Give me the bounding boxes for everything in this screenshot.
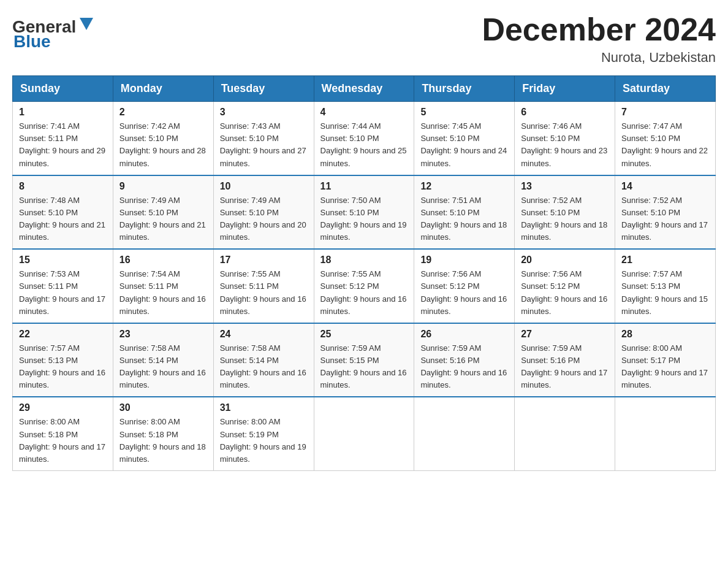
- day-cell-27: 27Sunrise: 7:59 AMSunset: 5:16 PMDayligh…: [515, 323, 615, 397]
- day-number: 26: [420, 329, 508, 340]
- day-cell-9: 9Sunrise: 7:49 AMSunset: 5:10 PMDaylight…: [113, 175, 213, 250]
- day-cell-12: 12Sunrise: 7:51 AMSunset: 5:10 PMDayligh…: [414, 175, 515, 250]
- day-cell-15: 15Sunrise: 7:53 AMSunset: 5:11 PMDayligh…: [13, 249, 113, 323]
- week-row-5: 29Sunrise: 8:00 AMSunset: 5:18 PMDayligh…: [13, 397, 716, 470]
- day-cell-17: 17Sunrise: 7:55 AMSunset: 5:11 PMDayligh…: [213, 249, 314, 323]
- day-cell-31: 31Sunrise: 8:00 AMSunset: 5:19 PMDayligh…: [213, 397, 314, 470]
- day-info: Sunrise: 7:52 AMSunset: 5:10 PMDaylight:…: [521, 194, 609, 244]
- day-cell-26: 26Sunrise: 7:59 AMSunset: 5:16 PMDayligh…: [414, 323, 515, 397]
- day-cell-2: 2Sunrise: 7:42 AMSunset: 5:10 PMDaylight…: [113, 102, 213, 175]
- day-number: 29: [19, 402, 107, 413]
- empty-cell: [515, 397, 615, 470]
- week-row-4: 22Sunrise: 7:57 AMSunset: 5:13 PMDayligh…: [13, 323, 716, 397]
- day-info: Sunrise: 7:41 AMSunset: 5:11 PMDaylight:…: [19, 120, 107, 170]
- day-info: Sunrise: 7:52 AMSunset: 5:10 PMDaylight:…: [621, 194, 709, 244]
- day-info: Sunrise: 7:58 AMSunset: 5:14 PMDaylight:…: [119, 342, 207, 392]
- day-number: 10: [220, 181, 308, 192]
- week-row-1: 1Sunrise: 7:41 AMSunset: 5:11 PMDaylight…: [13, 102, 716, 175]
- day-info: Sunrise: 7:58 AMSunset: 5:14 PMDaylight:…: [220, 342, 308, 392]
- day-info: Sunrise: 8:00 AMSunset: 5:18 PMDaylight:…: [119, 416, 207, 465]
- day-info: Sunrise: 8:00 AMSunset: 5:19 PMDaylight:…: [220, 416, 308, 465]
- day-info: Sunrise: 7:43 AMSunset: 5:10 PMDaylight:…: [220, 120, 308, 170]
- day-info: Sunrise: 7:55 AMSunset: 5:12 PMDaylight:…: [320, 268, 408, 318]
- day-cell-18: 18Sunrise: 7:55 AMSunset: 5:12 PMDayligh…: [314, 249, 414, 323]
- day-info: Sunrise: 7:48 AMSunset: 5:10 PMDaylight:…: [19, 194, 107, 244]
- day-number: 4: [320, 107, 408, 118]
- day-info: Sunrise: 7:51 AMSunset: 5:10 PMDaylight:…: [420, 194, 508, 244]
- day-cell-4: 4Sunrise: 7:44 AMSunset: 5:10 PMDaylight…: [314, 102, 414, 175]
- header: General Blue December 2024 Nurota, Uzbek…: [12, 12, 716, 66]
- day-number: 15: [19, 255, 107, 266]
- day-number: 23: [119, 329, 207, 340]
- day-number: 24: [220, 329, 308, 340]
- day-number: 6: [521, 107, 609, 118]
- day-cell-29: 29Sunrise: 8:00 AMSunset: 5:18 PMDayligh…: [13, 397, 113, 470]
- day-info: Sunrise: 7:49 AMSunset: 5:10 PMDaylight:…: [220, 194, 308, 244]
- day-number: 19: [420, 255, 508, 266]
- day-number: 9: [119, 181, 207, 192]
- day-info: Sunrise: 7:57 AMSunset: 5:13 PMDaylight:…: [19, 342, 107, 392]
- empty-cell: [414, 397, 515, 470]
- day-number: 22: [19, 329, 107, 340]
- day-cell-1: 1Sunrise: 7:41 AMSunset: 5:11 PMDaylight…: [13, 102, 113, 175]
- weekday-header-wednesday: Wednesday: [314, 76, 414, 102]
- day-cell-21: 21Sunrise: 7:57 AMSunset: 5:13 PMDayligh…: [615, 249, 716, 323]
- day-number: 1: [19, 107, 107, 118]
- day-number: 21: [621, 255, 709, 266]
- day-cell-28: 28Sunrise: 8:00 AMSunset: 5:17 PMDayligh…: [615, 323, 716, 397]
- day-info: Sunrise: 7:42 AMSunset: 5:10 PMDaylight:…: [119, 120, 207, 170]
- day-number: 28: [621, 329, 709, 340]
- logo-triangle-icon: [80, 18, 93, 31]
- day-info: Sunrise: 7:53 AMSunset: 5:11 PMDaylight:…: [19, 268, 107, 318]
- title-area: December 2024 Nurota, Uzbekistan: [482, 12, 716, 66]
- svg-marker-0: [80, 18, 93, 30]
- day-info: Sunrise: 7:45 AMSunset: 5:10 PMDaylight:…: [420, 120, 508, 170]
- day-cell-19: 19Sunrise: 7:56 AMSunset: 5:12 PMDayligh…: [414, 249, 515, 323]
- day-info: Sunrise: 7:55 AMSunset: 5:11 PMDaylight:…: [220, 268, 308, 318]
- day-number: 30: [119, 402, 207, 413]
- day-number: 12: [420, 181, 508, 192]
- day-info: Sunrise: 7:49 AMSunset: 5:10 PMDaylight:…: [119, 194, 207, 244]
- location: Nurota, Uzbekistan: [482, 50, 716, 66]
- day-number: 2: [119, 107, 207, 118]
- day-number: 31: [220, 402, 308, 413]
- day-cell-22: 22Sunrise: 7:57 AMSunset: 5:13 PMDayligh…: [13, 323, 113, 397]
- day-cell-13: 13Sunrise: 7:52 AMSunset: 5:10 PMDayligh…: [515, 175, 615, 250]
- day-cell-24: 24Sunrise: 7:58 AMSunset: 5:14 PMDayligh…: [213, 323, 314, 397]
- week-row-2: 8Sunrise: 7:48 AMSunset: 5:10 PMDaylight…: [13, 175, 716, 250]
- weekday-header-tuesday: Tuesday: [213, 76, 314, 102]
- day-number: 27: [521, 329, 609, 340]
- day-info: Sunrise: 7:56 AMSunset: 5:12 PMDaylight:…: [521, 268, 609, 318]
- day-number: 3: [220, 107, 308, 118]
- day-cell-16: 16Sunrise: 7:54 AMSunset: 5:11 PMDayligh…: [113, 249, 213, 323]
- day-cell-11: 11Sunrise: 7:50 AMSunset: 5:10 PMDayligh…: [314, 175, 414, 250]
- day-number: 25: [320, 329, 408, 340]
- calendar: SundayMondayTuesdayWednesdayThursdayFrid…: [12, 75, 716, 471]
- day-cell-3: 3Sunrise: 7:43 AMSunset: 5:10 PMDaylight…: [213, 102, 314, 175]
- day-info: Sunrise: 7:44 AMSunset: 5:10 PMDaylight:…: [320, 120, 408, 170]
- logo-blue-text: Blue: [13, 33, 51, 50]
- day-cell-20: 20Sunrise: 7:56 AMSunset: 5:12 PMDayligh…: [515, 249, 615, 323]
- weekday-header-sunday: Sunday: [13, 76, 113, 102]
- day-info: Sunrise: 7:54 AMSunset: 5:11 PMDaylight:…: [119, 268, 207, 318]
- day-number: 11: [320, 181, 408, 192]
- weekday-header-row: SundayMondayTuesdayWednesdayThursdayFrid…: [13, 76, 716, 102]
- day-info: Sunrise: 7:56 AMSunset: 5:12 PMDaylight:…: [420, 268, 508, 318]
- day-cell-5: 5Sunrise: 7:45 AMSunset: 5:10 PMDaylight…: [414, 102, 515, 175]
- weekday-header-saturday: Saturday: [615, 76, 716, 102]
- day-info: Sunrise: 8:00 AMSunset: 5:18 PMDaylight:…: [19, 416, 107, 465]
- day-number: 7: [621, 107, 709, 118]
- day-info: Sunrise: 7:59 AMSunset: 5:16 PMDaylight:…: [521, 342, 609, 392]
- weekday-header-friday: Friday: [515, 76, 615, 102]
- month-title: December 2024: [482, 12, 716, 47]
- empty-cell: [615, 397, 716, 470]
- day-info: Sunrise: 7:50 AMSunset: 5:10 PMDaylight:…: [320, 194, 408, 244]
- day-info: Sunrise: 8:00 AMSunset: 5:17 PMDaylight:…: [621, 342, 709, 392]
- day-number: 13: [521, 181, 609, 192]
- day-info: Sunrise: 7:59 AMSunset: 5:15 PMDaylight:…: [320, 342, 408, 392]
- empty-cell: [314, 397, 414, 470]
- day-number: 17: [220, 255, 308, 266]
- day-number: 18: [320, 255, 408, 266]
- day-cell-14: 14Sunrise: 7:52 AMSunset: 5:10 PMDayligh…: [615, 175, 716, 250]
- day-cell-8: 8Sunrise: 7:48 AMSunset: 5:10 PMDaylight…: [13, 175, 113, 250]
